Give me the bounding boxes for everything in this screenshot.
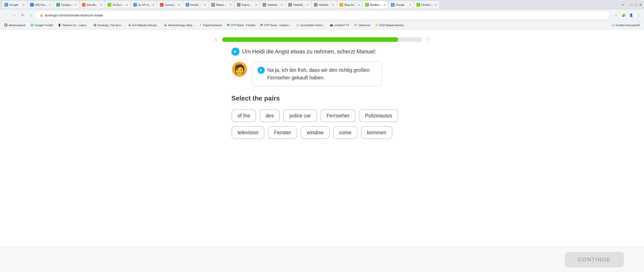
browser-tab-google1[interactable]: G Google ✕ xyxy=(2,1,27,9)
tab-favicon: G xyxy=(5,3,8,7)
bookmark-item[interactable]: 🟢 Duolingo | Tanulj in... xyxy=(91,23,125,28)
browser-tab-vasarla1[interactable]: V Vásárlá... ✕ xyxy=(260,1,285,9)
tab-close-icon[interactable]: ✕ xyxy=(435,4,437,6)
bookmark-item[interactable]: f PapaFacebook xyxy=(197,23,224,28)
tab-close-icon[interactable]: ✕ xyxy=(49,4,51,6)
menu-icon[interactable]: ⋮ xyxy=(635,12,642,18)
tab-favicon: D xyxy=(417,3,420,7)
tab-label: Duolinc... xyxy=(421,3,433,6)
tab-close-icon[interactable]: ✕ xyxy=(255,4,257,6)
word-chip-fenster[interactable]: Fenster xyxy=(268,126,297,139)
tab-label: Vásárlá... xyxy=(293,3,305,6)
close-story-button[interactable]: ✕ xyxy=(214,37,218,43)
word-chip-des[interactable]: des xyxy=(260,109,280,122)
maximize-button[interactable]: □ xyxy=(635,3,637,7)
tab-favicon: f xyxy=(30,3,34,7)
tab-close-icon[interactable]: ✕ xyxy=(178,4,180,6)
word-chip-police_car[interactable]: police car xyxy=(283,109,317,122)
tab-close-icon[interactable]: ✕ xyxy=(23,4,25,6)
word-chip-come[interactable]: come xyxy=(333,126,357,139)
tab-close-icon[interactable]: ✕ xyxy=(332,4,334,6)
tab-label: Gyorsa... xyxy=(165,3,176,6)
bookmark-star-icon[interactable]: ☆ xyxy=(613,12,619,18)
browser-tab-gyogy[interactable]: G Gyógyn... ✕ xyxy=(54,1,79,9)
bookmark-item[interactable]: 💚 OTP Bank - Főoldal xyxy=(224,23,257,28)
back-button[interactable]: ← xyxy=(2,12,9,19)
close-window-button[interactable]: ✕ xyxy=(639,3,642,7)
refresh-button[interactable]: ↻ xyxy=(19,12,26,19)
tab-close-icon[interactable]: ✕ xyxy=(358,4,360,6)
bookmark-item[interactable]: 🌤 Érd időjárás előrejel... xyxy=(126,23,161,28)
tab-close-icon[interactable]: ✕ xyxy=(204,4,206,6)
home-button[interactable]: ⌂ xyxy=(28,12,35,19)
bookmark-item[interactable]: 📱 Telekom.hu - Lakos... xyxy=(56,23,91,28)
word-chip-fernseher[interactable]: Fernseher xyxy=(320,109,355,122)
browser-tab-honda[interactable]: G honda ... ✕ xyxy=(183,1,208,9)
word-chip-polizeiautos[interactable]: Polizeiautos xyxy=(359,109,398,122)
tab-close-icon[interactable]: ✕ xyxy=(152,4,154,6)
tab-close-icon[interactable]: ✕ xyxy=(306,4,308,6)
speech-bubble: Na ja, ich bin froh, dass wir den richti… xyxy=(252,61,382,86)
minimize-button[interactable]: ─ xyxy=(630,3,633,7)
address-bar[interactable]: 🔒 duolingo.com/stories/de-einbruch-avata… xyxy=(36,11,609,19)
new-tab-button[interactable]: + xyxy=(619,1,626,8)
browser-tab-gyorsa[interactable]: G Gyorsa... ✕ xyxy=(157,1,183,9)
narrator-speaker-icon[interactable] xyxy=(231,48,239,56)
bookmark-favicon: 🌤 xyxy=(128,23,131,27)
tab-close-icon[interactable]: ✕ xyxy=(409,4,411,6)
continue-button[interactable]: CONTINUE xyxy=(565,252,624,267)
browser-tab-vasarla2[interactable]: V Vásárlá... ✕ xyxy=(286,1,311,9)
bottom-bar: CONTINUE xyxy=(0,247,644,272)
progress-hearts: ♡ xyxy=(426,37,430,42)
tab-close-icon[interactable]: ✕ xyxy=(229,4,231,6)
bookmark-item[interactable]: 🔲 Alkalmazások xyxy=(2,23,28,28)
word-chip-kommen[interactable]: kommen xyxy=(361,126,392,139)
bookmark-item[interactable]: 🔑 2020 Bejelentkezés... xyxy=(373,23,408,28)
bookmark-item[interactable]: 📺 mindiGO TV xyxy=(328,23,351,28)
narrator-line: Um Heidi die Angst etwas zu nehmen, sche… xyxy=(231,48,376,56)
word-chip-television[interactable]: television xyxy=(231,126,264,139)
lock-icon: 🔒 xyxy=(40,14,43,17)
browser-tab-duodoc[interactable]: D 10 Duc... ✕ xyxy=(105,1,130,9)
browser-tab-facebook[interactable]: f (60) Fac... ✕ xyxy=(28,1,53,9)
profile-icon[interactable]: 👤 xyxy=(628,12,634,18)
bookmark-item[interactable]: H Hírkeresó xyxy=(352,23,372,28)
bookmark-item[interactable]: 📰 nemzetközi hírek |... xyxy=(294,23,327,28)
bookmark-label: mindiGO TV xyxy=(334,24,349,27)
extensions-icon[interactable]: 🧩 xyxy=(620,12,627,18)
browser-tab-kapcs[interactable]: K Kapcs... ✕ xyxy=(234,1,260,9)
bookmarks-more-button[interactable]: » | További könyvjelzők xyxy=(610,23,642,27)
bookmark-label: Hírkeresó xyxy=(358,24,370,27)
tab-favicon: V xyxy=(263,3,266,7)
bookmark-item[interactable]: 🌐 Google Fordító xyxy=(28,23,55,28)
bookmark-item[interactable]: 💚 OTP Bank - Gépkoc... xyxy=(258,23,293,28)
tab-close-icon[interactable]: ✕ xyxy=(74,4,76,6)
bookmark-favicon: f xyxy=(199,23,202,27)
browser-tab-blog[interactable]: B Blog be... ✕ xyxy=(337,1,362,9)
tab-close-icon[interactable]: ✕ xyxy=(281,4,283,6)
bookmark-item[interactable]: 🌤 Abrahámhegy idéjá... xyxy=(162,23,196,28)
tab-favicon: G xyxy=(56,3,60,7)
word-chips-row-1: of thedespolice carFernseherPolizeiautos xyxy=(231,109,398,122)
browser-tab-duolingo_active[interactable]: D Duolinc... ✕ xyxy=(363,1,388,9)
url-text: duolingo.com/stories/de-einbruch-avatar xyxy=(45,13,103,17)
tab-close-icon[interactable]: ✕ xyxy=(100,4,102,6)
browser-tab-duolingo2[interactable]: D Duolinc... ✕ xyxy=(414,1,439,9)
bookmark-label: Google Fordító xyxy=(35,24,53,27)
browser-tab-vendor[interactable]: ! [Vendé... ✕ xyxy=(79,1,105,9)
tab-close-icon[interactable]: ✕ xyxy=(126,4,128,6)
bookmark-label: Telekom.hu - Lakos... xyxy=(62,24,89,27)
tab-close-icon[interactable]: ✕ xyxy=(383,4,385,6)
browser-tab-megre[interactable]: M Megre... ✕ xyxy=(209,1,234,9)
tab-favicon: D xyxy=(108,3,111,7)
word-chip-of_the[interactable]: of the xyxy=(231,109,256,122)
browser-tab-google2[interactable]: G Google ✕ xyxy=(388,1,414,9)
tab-label: Duolinc... xyxy=(370,3,382,6)
browser-tab-vasarla3[interactable]: V Vásárlá... ✕ xyxy=(311,1,337,9)
word-chip-window[interactable]: window xyxy=(301,126,330,139)
character-avatar: 🧑 xyxy=(231,61,248,77)
browser-tab-azxp[interactable]: A Az XP m... ✕ xyxy=(131,1,157,9)
character-speaker-icon[interactable] xyxy=(258,67,265,74)
forward-button[interactable]: → xyxy=(11,12,18,19)
tab-favicon: D xyxy=(365,3,369,7)
